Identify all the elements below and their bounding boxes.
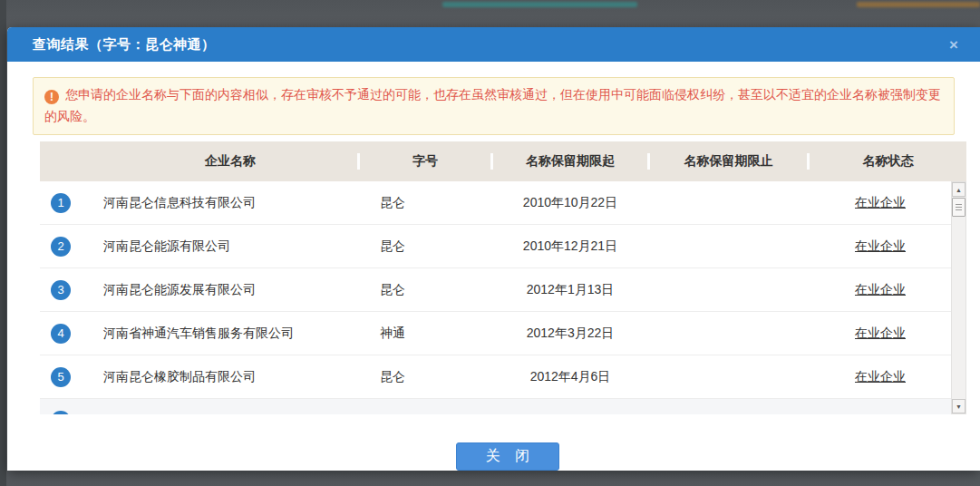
header-trade-name: 字号 [360,153,490,170]
trade-name: 昆仑 [360,282,490,298]
dimmed-page-background: 查询结果（字号：昆仑神通） × !您申请的企业名称与下面的内容相似，存在审核不予… [0,0,980,486]
table-row: 1河南昆仑信息科技有限公司昆仑2010年10月22日在业企业 [40,181,951,225]
company-name: 河南省神通汽车销售服务有限公司 [103,326,357,342]
row-number-cell: 5 [40,367,103,387]
row-number-cell: 3 [40,280,103,300]
status-cell: 在业企业 [810,369,951,385]
header-reserve-start: 名称保留期限起 [493,153,647,170]
company-name: 河南昆仑信息科技有限公司 [103,195,357,211]
row-number-cell: 4 [40,324,103,344]
table-row: 4河南省神通汽车销售服务有限公司神通2012年3月22日在业企业 [40,312,951,355]
status-link[interactable]: 在业企业 [855,282,906,296]
trade-name: 昆仑 [360,369,490,385]
close-icon[interactable]: × [946,35,962,54]
reserve-start-date: 2012年3月22日 [493,326,647,342]
dimmed-background-text [857,2,980,7]
reserve-start-date: 2012年4月6日 [493,369,647,385]
trade-name: 神通 [360,326,490,342]
row-number-badge: 6 [51,411,71,414]
modal-header: 查询结果（字号：昆仑神通） × [7,27,980,62]
reserve-start-date: 2010年10月22日 [493,195,647,211]
table-row-partial: 6 [40,399,951,414]
table-body: 1河南昆仑信息科技有限公司昆仑2010年10月22日在业企业2河南昆仑能源有限公… [40,181,951,414]
status-link[interactable]: 在业企业 [855,195,906,209]
query-result-modal: 查询结果（字号：昆仑神通） × !您申请的企业名称与下面的内容相似，存在审核不予… [7,27,980,471]
company-name: 河南昆仑橡胶制品有限公司 [103,369,357,385]
scrollbar-up-arrow-icon[interactable]: ▲ [952,182,965,197]
close-button[interactable]: 关 闭 [456,442,559,471]
row-number-cell: 2 [40,237,103,257]
scrollbar-down-arrow-icon[interactable]: ▼ [952,399,965,413]
row-number-badge: 1 [51,193,71,213]
table-header-row: 企业名称 字号 名称保留期限起 名称保留期限止 名称状态 [40,141,966,181]
header-status: 名称状态 [810,153,966,170]
row-number-badge: 3 [51,280,71,300]
table-row: 2河南昆仑能源有限公司昆仑2010年12月21日在业企业 [40,225,951,268]
row-number-badge: 4 [51,324,71,344]
modal-title: 查询结果（字号：昆仑神通） [33,36,216,53]
warning-banner: !您申请的企业名称与下面的内容相似，存在审核不予通过的可能，也存在虽然审核通过，… [33,77,955,135]
header-reserve-end: 名称保留期限止 [650,153,807,170]
row-number-cell: 1 [40,193,103,213]
row-number-cell: 6 [40,411,103,414]
table-scrollbar[interactable]: ▲ ▼ [951,181,966,414]
table-row: 5河南昆仑橡胶制品有限公司昆仑2012年4月6日在业企业 [40,355,951,399]
modal-body: !您申请的企业名称与下面的内容相似，存在审核不予通过的可能，也存在虽然审核通过，… [7,77,980,486]
trade-name: 昆仑 [360,238,490,255]
trade-name: 昆仑 [360,195,490,211]
table-row: 3河南昆仑能源发展有限公司昆仑2012年1月13日在业企业 [40,268,951,312]
status-cell: 在业企业 [810,282,951,298]
status-link[interactable]: 在业企业 [855,238,906,253]
company-name: 河南昆仑能源发展有限公司 [103,282,357,298]
company-name: 河南昆仑能源有限公司 [103,238,357,255]
status-cell: 在业企业 [810,195,951,211]
scrollbar-thumb[interactable] [952,198,965,217]
reserve-start-date: 2012年1月13日 [493,282,647,298]
results-table: 企业名称 字号 名称保留期限起 名称保留期限止 名称状态 1河南昆仑信息科技有限… [40,141,966,414]
row-number-badge: 2 [51,237,71,257]
status-cell: 在业企业 [810,238,951,255]
status-cell: 在业企业 [810,326,951,342]
reserve-start-date: 2010年12月21日 [493,238,647,255]
status-link[interactable]: 在业企业 [855,326,906,340]
warning-text: 您申请的企业名称与下面的内容相似，存在审核不予通过的可能，也存在虽然审核通过，但… [44,87,941,123]
status-link[interactable]: 在业企业 [855,369,906,384]
dimmed-background-text [442,2,637,7]
warning-exclamation-icon: ! [44,90,59,104]
header-company-name: 企业名称 [103,153,357,170]
row-number-badge: 5 [51,367,71,387]
